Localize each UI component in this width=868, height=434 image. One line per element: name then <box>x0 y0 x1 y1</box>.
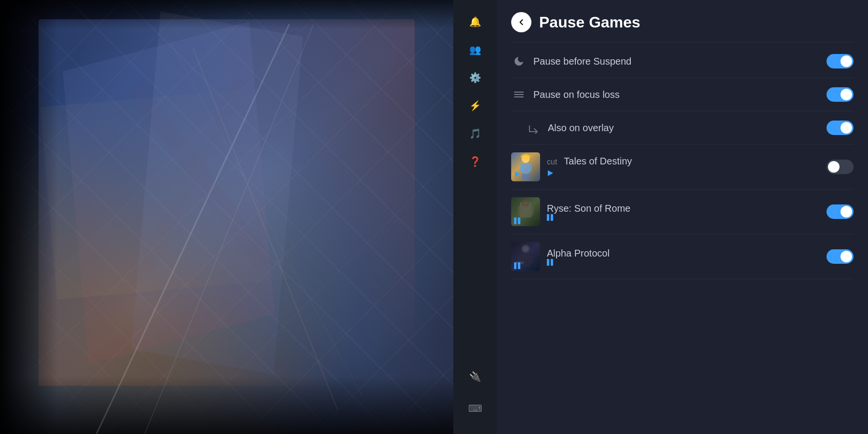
pause-on-focus-loss-label: Pause on focus loss <box>533 89 827 100</box>
toggle-knob <box>828 161 840 173</box>
panel-title: Pause Games <box>539 14 640 31</box>
pause-icon-alpha <box>547 259 553 266</box>
svg-rect-11 <box>522 163 529 174</box>
back-button[interactable] <box>511 12 531 32</box>
tales-of-destiny-thumbnail <box>511 152 540 181</box>
ryse-name: Ryse: Son of Rome <box>547 203 630 214</box>
svg-rect-22 <box>518 206 522 216</box>
sidebar-item-notifications[interactable]: 🔔 <box>463 10 487 34</box>
ryse-status-icons <box>547 214 827 221</box>
svg-line-2 <box>193 48 338 410</box>
svg-rect-13 <box>529 164 531 172</box>
sidebar-item-settings[interactable]: ⚙️ <box>463 66 487 90</box>
svg-line-0 <box>96 24 289 434</box>
alpha-protocol-thumbnail <box>511 242 540 271</box>
cut-label: cut <box>547 158 557 166</box>
svg-rect-15 <box>526 174 529 180</box>
lightning-icon: ⚡ <box>469 100 481 111</box>
sidebar-item-activity[interactable]: ⚡ <box>463 94 487 118</box>
back-arrow-icon <box>516 17 526 27</box>
tales-status-icons <box>547 170 827 178</box>
sidebar-item-music[interactable]: 🎵 <box>463 122 487 146</box>
play-status-icon <box>547 170 554 178</box>
alpha-paused-indicator <box>514 262 520 269</box>
tales-of-destiny-toggle[interactable] <box>827 160 854 174</box>
svg-rect-14 <box>522 174 525 180</box>
tales-of-destiny-info: cut Tales of Destiny <box>547 156 827 178</box>
settings-panel: Pause Games Pause before Suspend Pause o… <box>497 0 868 434</box>
alpha-status-icons <box>547 259 827 266</box>
game-row-ryse: Ryse: Son of Rome <box>511 190 854 234</box>
ryse-toggle[interactable] <box>827 204 854 219</box>
friends-icon: 👥 <box>469 44 481 55</box>
sidebar-item-help[interactable]: ❓ <box>463 149 487 174</box>
also-on-overlay-toggle[interactable] <box>827 121 854 135</box>
pause-on-focus-loss-toggle[interactable] <box>827 87 854 102</box>
sidebar: 🔔 👥 ⚙️ ⚡ 🎵 ❓ 🔌 ⌨ <box>453 0 497 434</box>
tales-of-destiny-name: Tales of Destiny <box>564 156 632 167</box>
toggle-knob <box>841 206 852 217</box>
plug-icon: 🔌 <box>469 371 481 382</box>
playing-indicator <box>514 171 521 179</box>
setting-also-on-overlay: Also on overlay <box>511 111 854 145</box>
toggle-knob <box>841 55 852 67</box>
alpha-protocol-toggle[interactable] <box>827 249 854 264</box>
svg-rect-29 <box>530 255 533 263</box>
setting-pause-on-focus-loss: Pause on focus loss <box>511 78 854 111</box>
setting-pause-before-suspend: Pause before Suspend <box>511 45 854 78</box>
game-row-tales-of-destiny: cut Tales of Destiny <box>511 145 854 190</box>
panel-header: Pause Games <box>511 0 854 42</box>
toggle-knob <box>841 89 852 100</box>
notifications-icon: 🔔 <box>469 16 481 27</box>
artwork-area <box>0 0 453 434</box>
svg-point-16 <box>521 154 530 160</box>
game-row-alpha-protocol: Alpha Protocol <box>511 234 854 279</box>
sub-arrow-icon <box>526 120 541 136</box>
svg-point-30 <box>523 246 529 252</box>
sidebar-item-friends[interactable]: 👥 <box>463 38 487 62</box>
pause-before-suspend-label: Pause before Suspend <box>533 56 827 67</box>
menu-lines-icon <box>511 87 527 102</box>
svg-line-3 <box>169 39 362 395</box>
alpha-protocol-name: Alpha Protocol <box>547 248 610 258</box>
paused-indicator <box>514 217 520 224</box>
help-icon: ❓ <box>469 156 481 167</box>
toggle-knob <box>841 251 852 262</box>
ryse-info: Ryse: Son of Rome <box>547 203 827 221</box>
pause-before-suspend-toggle[interactable] <box>827 54 854 68</box>
gear-icon: ⚙️ <box>469 72 481 83</box>
toggle-knob <box>841 122 852 134</box>
music-icon: 🎵 <box>469 128 481 139</box>
also-on-overlay-label: Also on overlay <box>548 122 827 134</box>
alpha-protocol-info: Alpha Protocol <box>547 248 827 266</box>
svg-marker-18 <box>548 170 553 176</box>
svg-rect-27 <box>521 253 530 267</box>
svg-marker-17 <box>515 171 520 177</box>
ryse-thumbnail <box>511 197 540 226</box>
svg-rect-23 <box>529 206 533 216</box>
sidebar-item-keyboard[interactable]: ⌨ <box>463 396 487 420</box>
keyboard-icon: ⌨ <box>468 403 482 414</box>
moon-icon <box>511 54 527 69</box>
sidebar-item-plugins[interactable]: 🔌 <box>463 365 487 389</box>
pause-icon-ryse <box>547 214 553 221</box>
